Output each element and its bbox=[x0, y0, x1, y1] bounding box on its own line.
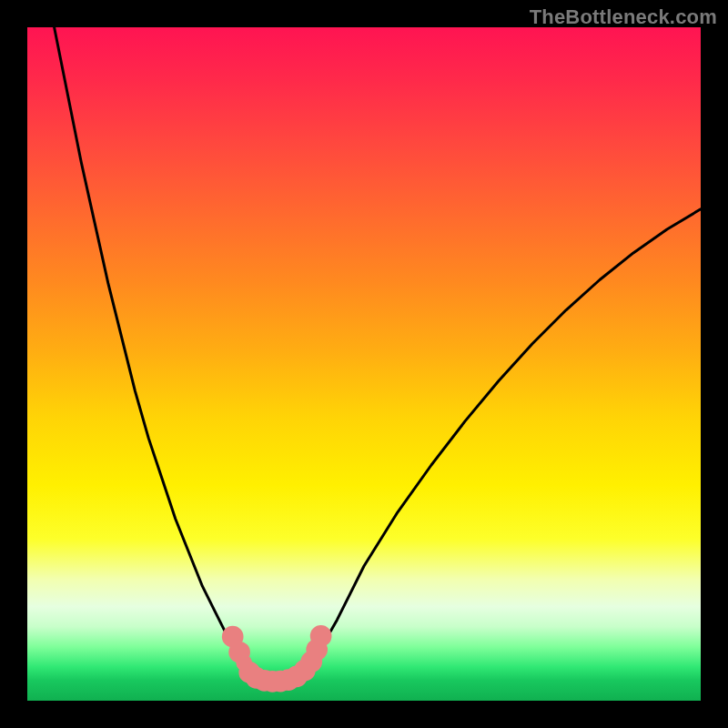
chart-svg bbox=[0, 0, 728, 728]
watermark-text: TheBottleneck.com bbox=[530, 5, 717, 29]
chart-markers bbox=[222, 625, 332, 693]
series-curve-right bbox=[297, 209, 701, 677]
chart-curves bbox=[55, 27, 701, 682]
marker-point bbox=[310, 625, 332, 647]
series-curve-left bbox=[55, 27, 257, 677]
